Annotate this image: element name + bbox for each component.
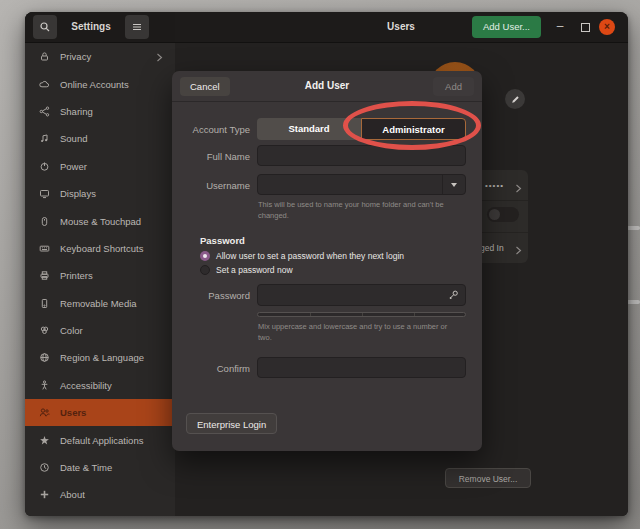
sidebar-item-sound[interactable]: Sound xyxy=(25,125,175,152)
settings-window: Settings Users Add User... – × Privacy O… xyxy=(25,12,628,516)
clock-icon xyxy=(38,462,50,474)
sidebar-item-users[interactable]: Users xyxy=(25,399,175,426)
sidebar-titlebar: Settings xyxy=(25,12,175,42)
removable-media-icon xyxy=(38,297,50,309)
chevron-right-icon xyxy=(515,179,522,197)
search-icon xyxy=(39,21,51,33)
sidebar-item-printers[interactable]: Printers xyxy=(25,262,175,289)
keyboard-icon xyxy=(38,242,50,254)
titlebar: Settings Users Add User... – × xyxy=(25,12,628,43)
confirm-label: Confirm xyxy=(180,363,250,374)
sidebar-item-online-accounts[interactable]: Online Accounts xyxy=(25,70,175,97)
sidebar-item-sharing[interactable]: Sharing xyxy=(25,98,175,125)
mouse-icon xyxy=(38,215,50,227)
display-icon xyxy=(38,188,50,200)
sidebar-item-displays[interactable]: Displays xyxy=(25,180,175,207)
password-section-header: Password xyxy=(200,235,245,246)
sidebar-item-color[interactable]: Color xyxy=(25,317,175,344)
sidebar-item-privacy[interactable]: Privacy xyxy=(25,43,175,70)
generate-password-icon[interactable] xyxy=(448,289,460,301)
add-button[interactable]: Add xyxy=(433,77,474,96)
full-name-label: Full Name xyxy=(180,151,250,162)
sidebar-item-mouse-touchpad[interactable]: Mouse & Touchpad xyxy=(25,207,175,234)
menu-button[interactable] xyxy=(125,15,149,39)
accessibility-icon xyxy=(38,379,50,391)
page-title: Users xyxy=(301,12,501,42)
maximize-button[interactable] xyxy=(581,23,590,32)
username-input[interactable] xyxy=(257,174,466,195)
lock-icon xyxy=(38,51,50,63)
radio-unchecked-icon xyxy=(200,265,210,275)
radio-set-now[interactable]: Set a password now xyxy=(200,265,293,275)
cancel-button[interactable]: Cancel xyxy=(180,77,230,96)
sidebar-item-date-time[interactable]: Date & Time xyxy=(25,454,175,481)
sidebar-item-accessibility[interactable]: Accessibility xyxy=(25,372,175,399)
pencil-icon xyxy=(510,94,521,105)
desktop-streak xyxy=(626,300,640,304)
app-title: Settings xyxy=(61,12,121,42)
color-icon xyxy=(38,325,50,337)
chevron-down-icon xyxy=(451,183,457,187)
password-strength-meter xyxy=(257,312,466,317)
power-icon xyxy=(38,160,50,172)
automatic-login-toggle[interactable] xyxy=(487,207,519,222)
star-icon xyxy=(38,434,50,446)
globe-icon xyxy=(38,352,50,364)
logged-in-row-label: ged In xyxy=(480,243,504,253)
chevron-right-icon xyxy=(156,48,163,66)
password-label: Password xyxy=(180,290,250,301)
chevron-right-icon xyxy=(515,241,522,259)
add-user-button[interactable]: Add User... xyxy=(472,16,541,38)
password-hint-text: Mix uppercase and lowercase and try to u… xyxy=(258,322,460,343)
users-icon xyxy=(38,407,50,419)
sidebar: Privacy Online Accounts Sharing Sound Po… xyxy=(25,43,175,516)
minimize-button[interactable]: – xyxy=(552,12,568,42)
username-label: Username xyxy=(180,180,250,191)
cloud-icon xyxy=(38,78,50,90)
toggle-knob xyxy=(489,209,500,220)
password-row-value: ••••• xyxy=(485,181,504,190)
confirm-input[interactable] xyxy=(257,357,466,378)
sidebar-item-removable-media[interactable]: Removable Media xyxy=(25,290,175,317)
edit-avatar-button[interactable] xyxy=(505,89,525,109)
username-help-text: This will be used to name your home fold… xyxy=(258,200,460,221)
account-type-label: Account Type xyxy=(180,124,250,135)
dialog-title: Add User xyxy=(252,71,402,101)
desktop-streak xyxy=(626,226,640,230)
sidebar-item-default-applications[interactable]: Default Applications xyxy=(25,426,175,453)
sidebar-item-about[interactable]: About xyxy=(25,481,175,508)
enterprise-login-button[interactable]: Enterprise Login xyxy=(186,413,277,434)
dialog-header: Cancel Add User Add xyxy=(172,71,482,102)
add-user-dialog: Cancel Add User Add Account Type Standar… xyxy=(172,71,482,451)
radio-next-login[interactable]: Allow user to set a password when they n… xyxy=(200,251,404,261)
search-button[interactable] xyxy=(33,15,57,39)
printer-icon xyxy=(38,270,50,282)
username-dropdown-button[interactable] xyxy=(442,175,465,194)
sidebar-item-region-language[interactable]: Region & Language xyxy=(25,344,175,371)
close-button[interactable]: × xyxy=(599,19,615,35)
plus-icon xyxy=(38,489,50,501)
sidebar-item-power[interactable]: Power xyxy=(25,153,175,180)
music-note-icon xyxy=(38,133,50,145)
hamburger-icon xyxy=(131,21,143,33)
annotation-ellipse xyxy=(343,101,481,150)
password-input[interactable] xyxy=(257,284,466,306)
remove-user-button[interactable]: Remove User... xyxy=(445,468,531,488)
radio-checked-icon xyxy=(200,251,210,261)
share-icon xyxy=(38,105,50,117)
sidebar-item-keyboard-shortcuts[interactable]: Keyboard Shortcuts xyxy=(25,235,175,262)
